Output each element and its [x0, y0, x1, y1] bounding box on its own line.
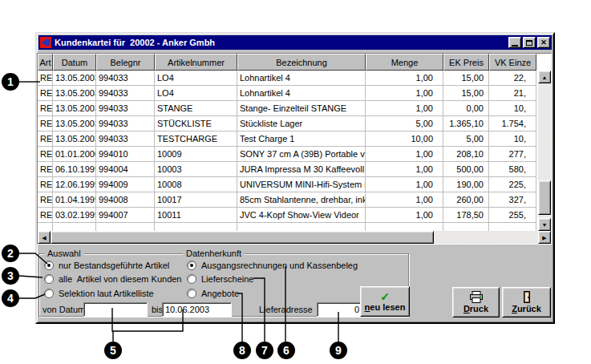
table-row[interactable]: RE01.01.200099401010009SONY 37 cm A (39B… — [38, 147, 536, 162]
table-cell: 21, — [489, 86, 536, 101]
scroll-down-icon[interactable]: ▼ — [538, 218, 551, 231]
druck-label: Druck — [463, 304, 488, 313]
table-cell: 1,00 — [366, 147, 443, 162]
table-cell: 994033 — [96, 116, 155, 131]
column-header[interactable]: VK Einze — [489, 54, 536, 71]
table-cell: STANGE — [155, 101, 237, 116]
table-row[interactable]: RE13.05.2003994033LO4Lohnartikel 41,0015… — [38, 86, 536, 101]
check-icon: ✓ — [380, 292, 390, 301]
table-cell: 1,00 — [366, 192, 443, 208]
table-cell: 994033 — [96, 71, 155, 86]
table-cell: 10003 — [155, 162, 237, 177]
table-cell: 1,00 — [366, 208, 443, 223]
table-cell: 13.05.2003 — [53, 86, 96, 101]
table-cell: 10011 — [155, 208, 237, 223]
table-row[interactable]: RE03.02.199999400710011JVC 4-Kopf Show-V… — [38, 208, 536, 223]
column-header[interactable]: Datum — [53, 54, 96, 71]
table-cell: 260,00 — [443, 192, 489, 208]
table-row[interactable]: RE06.10.199999400410003JURA Impressa M 3… — [38, 162, 536, 177]
minimize-button[interactable] — [508, 37, 521, 48]
table-cell: TESTCHARGE — [155, 131, 237, 147]
column-header[interactable]: Bezeichnung — [237, 54, 366, 71]
horizontal-scrollbar[interactable]: ◀ ▶ — [38, 231, 551, 244]
von-datum-input[interactable] — [83, 302, 148, 317]
table-cell: 1,00 — [366, 177, 443, 192]
radio-label: Ausgangsrechnungen und Kassenbeleg — [201, 261, 358, 270]
table-cell: 994007 — [96, 208, 155, 223]
neu-lesen-button[interactable]: ✓ neu lesen — [360, 286, 410, 317]
maximize-button[interactable] — [523, 37, 536, 48]
svg-text:6: 6 — [283, 344, 289, 357]
vertical-scroll-thumb[interactable] — [538, 180, 551, 215]
lieferadresse-input[interactable]: 0 — [317, 302, 362, 317]
callout-9: 9 — [330, 342, 347, 359]
vertical-scrollbar[interactable]: ▲ ▼ — [538, 71, 551, 231]
table-row[interactable]: RE13.05.2003994033TESTCHARGETest Charge … — [38, 131, 536, 147]
neu-lesen-label: neu lesen — [365, 302, 406, 312]
table-cell — [53, 223, 96, 231]
table-cell: 500,00 — [443, 162, 489, 177]
table-cell: 178,50 — [443, 208, 489, 223]
table-row[interactable]: RE13.05.2003994033STANGEStange- Einzelte… — [38, 101, 536, 116]
column-header[interactable]: Menge — [366, 54, 443, 71]
table-cell: 190,00 — [443, 177, 489, 192]
callout-8: 8 — [233, 342, 251, 359]
kundenkartei-window: Kundenkartei für 20002 - Anker Gmbh ✕ Ar… — [35, 32, 555, 324]
callout-3: 3 — [2, 267, 19, 285]
scroll-left-icon[interactable]: ◀ — [38, 231, 51, 244]
table-row[interactable]: RE13.05.2003994033LO4Lohnartikel 41,0015… — [38, 71, 536, 86]
table-cell: LO4 — [155, 71, 237, 86]
radio-ausgangsrechnungen[interactable]: Ausgangsrechnungen und Kassenbeleg — [187, 260, 358, 271]
table-cell: Test Charge 1 — [237, 131, 366, 147]
radio-icon — [187, 274, 196, 284]
table-cell: 10, — [489, 131, 536, 147]
table-row[interactable]: RE12.06.199999400910008UNIVERSUM MINI-Hi… — [38, 177, 536, 192]
table-cell: Lohnartikel 4 — [237, 86, 366, 101]
table-cell — [489, 223, 536, 231]
table-cell: 12.06.1999 — [53, 177, 96, 192]
app-icon — [40, 37, 51, 48]
column-header[interactable]: Belegnr — [96, 54, 155, 71]
titlebar[interactable]: Kundenkartei für 20002 - Anker Gmbh ✕ — [38, 35, 552, 50]
table-cell: 10,00 — [366, 131, 443, 147]
scroll-right-icon[interactable]: ▶ — [538, 231, 551, 244]
table-cell: 85cm Stahlantenne, drehbar, ink — [237, 192, 366, 208]
column-header[interactable]: EK Preis — [443, 54, 489, 71]
bis-datum-input[interactable]: 10.06.2003 — [162, 302, 232, 317]
radio-selektion-artikelliste[interactable]: Selektion laut Artikelliste — [44, 288, 154, 299]
auswahl-group-label: Auswahl — [44, 249, 84, 258]
table-cell: 277, — [489, 147, 536, 162]
table-cell: RE — [38, 192, 53, 208]
radio-icon — [44, 289, 54, 298]
table-cell: 994033 — [96, 131, 155, 147]
table-cell: 994033 — [96, 101, 155, 116]
table-row[interactable]: RE13.05.2003994033STÜCKLISTEStückliste L… — [38, 116, 536, 131]
column-header[interactable]: Art — [38, 54, 53, 71]
radio-icon — [44, 274, 54, 284]
table-cell: 10, — [489, 101, 536, 116]
druck-button[interactable]: Druck — [452, 287, 500, 317]
table-cell: 01.04.1999 — [53, 192, 96, 208]
table-cell: 15,00 — [443, 71, 489, 86]
radio-nur-bestandsgefuehrte[interactable]: nur Bestandsgeführte Artikel — [44, 260, 169, 271]
table-cell: 994009 — [96, 177, 155, 192]
radio-icon — [187, 261, 196, 270]
minimize-icon — [512, 45, 518, 47]
scroll-up-icon[interactable]: ▲ — [538, 71, 551, 83]
close-button[interactable]: ✕ — [537, 37, 550, 48]
column-header[interactable]: Artikelnummer — [155, 54, 237, 71]
table-cell: 1,00 — [366, 71, 443, 86]
radio-angebote[interactable]: Angebote — [187, 288, 239, 299]
radio-icon — [44, 261, 54, 270]
svg-text:2: 2 — [7, 247, 14, 260]
horizontal-scroll-thumb[interactable] — [51, 231, 434, 244]
radio-label: alle Artikel von diesem Kunden — [59, 274, 181, 284]
radio-lieferscheine[interactable]: Lieferscheine — [187, 273, 253, 285]
table-cell: JURA Impressa M 30 Kaffeevoll — [237, 162, 366, 177]
table-cell: RE — [38, 101, 53, 116]
maximize-icon — [526, 40, 532, 46]
zurueck-button[interactable]: Zurück — [502, 287, 551, 317]
radio-alle-artikel[interactable]: alle Artikel von diesem Kunden — [44, 273, 181, 285]
table-row[interactable]: RE01.04.19999940081001785cm Stahlantenne… — [38, 192, 536, 208]
table-cell: 1,00 — [366, 86, 443, 101]
